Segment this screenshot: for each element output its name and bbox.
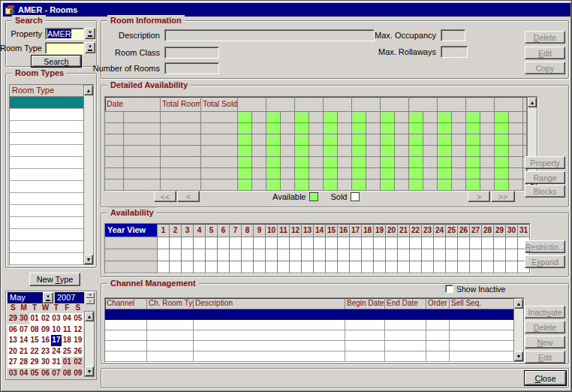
delete-room-button[interactable]: Delete xyxy=(525,31,565,44)
room-type-row[interactable] xyxy=(10,133,85,145)
calendar-date[interactable]: 15 xyxy=(29,335,40,346)
calendar-date[interactable]: 13 xyxy=(8,335,18,346)
room-type-row[interactable] xyxy=(10,253,85,265)
calendar-date[interactable]: 18 xyxy=(62,335,72,346)
calendar-date[interactable]: 04 xyxy=(62,313,72,324)
availability-cell[interactable] xyxy=(206,261,218,273)
room-types-scrollbar[interactable]: ▲ ▼ xyxy=(83,85,94,265)
calendar-date[interactable]: 19 xyxy=(73,335,83,346)
availability-cell[interactable] xyxy=(458,237,470,249)
availability-cell[interactable] xyxy=(398,261,410,273)
table-row[interactable] xyxy=(105,309,524,320)
new-type-button[interactable]: New Type xyxy=(29,273,80,286)
room-type-lov-button[interactable]: ▼ xyxy=(85,42,95,53)
availability-cell[interactable] xyxy=(290,249,302,261)
calendar-date[interactable]: 01 xyxy=(29,313,40,324)
availability-cell[interactable] xyxy=(170,261,182,273)
availability-cell[interactable] xyxy=(182,261,194,273)
availability-cell[interactable] xyxy=(458,249,470,261)
calendar-year-field[interactable]: 2007 xyxy=(55,292,84,303)
availability-cell[interactable] xyxy=(422,249,434,261)
table-row[interactable] xyxy=(105,341,524,351)
availability-cell[interactable] xyxy=(158,237,170,249)
availability-cell[interactable] xyxy=(374,249,386,261)
show-inactive-checkbox[interactable] xyxy=(445,285,453,293)
room-type-row[interactable] xyxy=(10,169,85,181)
availability-cell[interactable] xyxy=(338,237,350,249)
availability-cell[interactable] xyxy=(398,237,410,249)
availability-cell[interactable] xyxy=(266,261,278,273)
edit-channel-button[interactable]: Edit xyxy=(525,351,565,363)
edit-room-button[interactable]: Edit xyxy=(525,47,565,59)
last-page-button[interactable]: >> xyxy=(491,191,515,202)
calendar-date[interactable]: 12 xyxy=(73,324,83,336)
room-types-list[interactable]: Room Type ▲ ▼ xyxy=(9,84,95,266)
availability-cell[interactable] xyxy=(278,261,290,273)
table-row[interactable] xyxy=(105,351,524,362)
availability-cell[interactable] xyxy=(350,237,362,249)
room-type-row[interactable] xyxy=(10,97,85,109)
availability-cell[interactable] xyxy=(362,237,374,249)
availability-cell[interactable] xyxy=(218,261,230,273)
availability-cell[interactable] xyxy=(482,261,494,273)
availability-cell[interactable] xyxy=(422,261,434,273)
availability-cell[interactable] xyxy=(302,237,314,249)
first-page-button[interactable]: << xyxy=(154,191,176,202)
max-occupancy-field[interactable] xyxy=(441,29,465,41)
availability-cell[interactable] xyxy=(326,261,338,273)
calendar-date[interactable]: 31 xyxy=(51,357,62,368)
room-type-row[interactable] xyxy=(10,217,85,229)
calendar-date[interactable]: 26 xyxy=(73,346,83,357)
availability-cell[interactable] xyxy=(434,237,446,249)
calendar-date[interactable]: 21 xyxy=(18,346,29,357)
calendar-date[interactable]: 09 xyxy=(40,324,50,336)
availability-cell[interactable] xyxy=(506,261,518,273)
calendar-scrollbar[interactable]: ▲ ▼ xyxy=(84,311,95,377)
scroll-down-icon[interactable]: ▼ xyxy=(514,351,523,361)
availability-cell[interactable] xyxy=(410,237,422,249)
availability-cell[interactable] xyxy=(278,237,290,249)
availability-cell[interactable] xyxy=(254,261,266,273)
availability-cell[interactable] xyxy=(398,249,410,261)
availability-cell[interactable] xyxy=(470,261,482,273)
copy-room-button[interactable]: Copy xyxy=(525,62,565,74)
availability-cell[interactable] xyxy=(494,261,506,273)
calendar-date[interactable]: 17 xyxy=(51,335,62,346)
blocks-button[interactable]: Blocks xyxy=(525,185,565,198)
calendar-date[interactable]: 04 xyxy=(18,368,29,379)
availability-cell[interactable] xyxy=(362,261,374,273)
calendar-date[interactable]: 07 xyxy=(18,324,29,336)
room-type-row[interactable] xyxy=(10,145,85,157)
availability-cell[interactable] xyxy=(326,249,338,261)
availability-cell[interactable] xyxy=(386,237,398,249)
description-field[interactable] xyxy=(164,29,375,41)
calendar-date[interactable]: 30 xyxy=(18,313,29,324)
calendar-date[interactable]: 25 xyxy=(62,346,72,357)
availability-cell[interactable] xyxy=(206,237,218,249)
room-type-row[interactable] xyxy=(10,229,85,241)
property-field[interactable]: AMER xyxy=(45,28,84,40)
availability-cell[interactable] xyxy=(254,237,266,249)
prev-page-button[interactable]: < xyxy=(177,191,200,202)
calendar-date[interactable]: 28 xyxy=(18,357,29,368)
room-type-row[interactable] xyxy=(10,181,85,193)
year-view-header[interactable]: Year View xyxy=(105,224,158,237)
expand-button[interactable]: Expand xyxy=(525,255,565,268)
availability-cell[interactable] xyxy=(314,261,326,273)
availability-cell[interactable] xyxy=(254,249,266,261)
new-channel-button[interactable]: New xyxy=(525,336,565,348)
property-lov-button[interactable]: ▼ xyxy=(85,28,95,39)
restrictions-button[interactable]: Restrictio... xyxy=(525,240,565,253)
availability-cell[interactable] xyxy=(410,261,422,273)
availability-cell[interactable] xyxy=(278,249,290,261)
calendar-date[interactable]: 03 xyxy=(8,368,18,379)
room-type-row[interactable] xyxy=(10,109,85,121)
availability-cell[interactable] xyxy=(350,261,362,273)
calendar-month-dropdown-button[interactable]: ▼ xyxy=(43,292,53,303)
availability-cell[interactable] xyxy=(350,249,362,261)
calendar-date[interactable]: 22 xyxy=(29,346,40,357)
availability-cell[interactable] xyxy=(194,261,206,273)
availability-cell[interactable] xyxy=(326,237,338,249)
room-type-row[interactable] xyxy=(10,205,85,217)
availability-cell[interactable] xyxy=(230,261,242,273)
